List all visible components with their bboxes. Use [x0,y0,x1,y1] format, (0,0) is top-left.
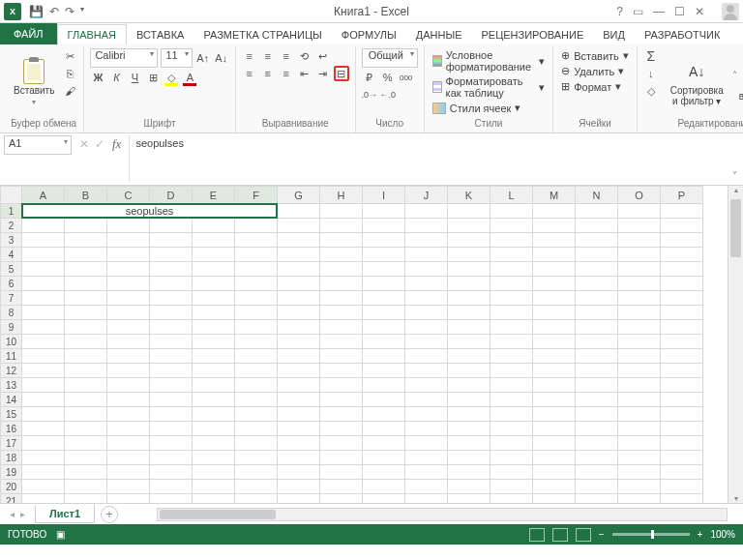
cell[interactable] [278,262,320,277]
cell[interactable] [278,378,320,393]
decrease-font-icon[interactable]: A↓ [214,50,229,66]
align-bottom-icon[interactable]: ≡ [279,48,294,64]
cell[interactable] [65,393,107,407]
cell[interactable] [22,277,65,291]
cell[interactable] [533,233,576,248]
cell[interactable] [661,204,703,219]
row-header[interactable]: 4 [1,248,22,262]
cell[interactable] [320,451,363,465]
cell[interactable] [320,233,363,248]
cell[interactable] [363,204,405,219]
row-header[interactable]: 17 [1,436,22,451]
cell[interactable] [235,422,278,436]
cell[interactable] [363,465,405,480]
cell[interactable] [448,233,490,248]
cell[interactable] [65,291,107,306]
cell[interactable] [448,291,490,306]
cell[interactable] [533,436,576,451]
cell[interactable] [22,480,65,494]
cell[interactable] [107,378,150,393]
cell[interactable] [490,465,533,480]
cell[interactable] [533,393,576,407]
cell[interactable] [405,248,448,262]
cell[interactable] [22,465,65,480]
cell[interactable] [618,204,661,219]
cell[interactable] [22,291,65,306]
cell[interactable] [107,248,150,262]
cell[interactable] [65,335,107,349]
cell[interactable] [150,364,193,378]
cell[interactable] [235,291,278,306]
cell[interactable] [533,378,576,393]
cell[interactable] [235,277,278,291]
cell[interactable] [618,291,661,306]
cell[interactable] [107,291,150,306]
cell[interactable] [618,436,661,451]
cell[interactable] [22,378,65,393]
scroll-thumb[interactable] [730,199,741,257]
cell[interactable] [363,451,405,465]
cell[interactable] [363,436,405,451]
cell[interactable] [363,219,405,233]
tab-home[interactable]: ГЛАВНАЯ [57,24,127,44]
cell[interactable] [363,233,405,248]
cell[interactable] [22,219,65,233]
cell[interactable] [278,451,320,465]
tab-review[interactable]: РЕЦЕНЗИРОВАНИЕ [471,25,593,44]
cell[interactable] [278,204,320,219]
cell[interactable] [193,407,235,422]
cell[interactable] [576,494,618,504]
cell[interactable] [618,262,661,277]
cell[interactable] [278,364,320,378]
cell[interactable] [576,248,618,262]
cell[interactable] [576,277,618,291]
cell[interactable] [661,494,703,504]
cell[interactable] [278,393,320,407]
cell[interactable] [193,393,235,407]
cell[interactable] [490,451,533,465]
cell[interactable] [661,291,703,306]
cell[interactable] [533,349,576,364]
cell[interactable] [320,378,363,393]
column-header[interactable]: B [65,187,107,204]
cell[interactable] [661,451,703,465]
cell[interactable] [448,451,490,465]
underline-button[interactable]: Ч [127,70,142,85]
cell[interactable] [65,436,107,451]
cell[interactable] [490,291,533,306]
cell[interactable] [448,407,490,422]
close-icon[interactable]: ✕ [695,5,704,18]
cell[interactable] [193,494,235,504]
cell[interactable] [405,306,448,320]
cell[interactable] [65,451,107,465]
row-header[interactable]: 16 [1,422,22,436]
cell[interactable] [533,494,576,504]
cell[interactable] [618,422,661,436]
cell[interactable] [490,378,533,393]
row-header[interactable]: 21 [1,494,22,504]
cell[interactable] [235,320,278,335]
cell[interactable] [405,378,448,393]
cell[interactable] [490,364,533,378]
cell[interactable] [618,378,661,393]
cell[interactable] [533,306,576,320]
cell[interactable] [22,422,65,436]
cell[interactable] [107,277,150,291]
zoom-slider[interactable] [612,533,690,536]
cell[interactable] [22,349,65,364]
cell[interactable] [363,262,405,277]
cell[interactable] [193,364,235,378]
cell[interactable] [278,349,320,364]
cell[interactable] [193,306,235,320]
cell[interactable] [107,494,150,504]
cell[interactable] [576,349,618,364]
cell[interactable] [490,248,533,262]
cell[interactable] [150,306,193,320]
tab-developer[interactable]: РАЗРАБОТЧИК [635,25,729,44]
cell[interactable] [107,422,150,436]
cell[interactable] [22,262,65,277]
cell[interactable] [490,480,533,494]
cell[interactable] [107,364,150,378]
cell[interactable] [65,407,107,422]
cell[interactable] [235,248,278,262]
